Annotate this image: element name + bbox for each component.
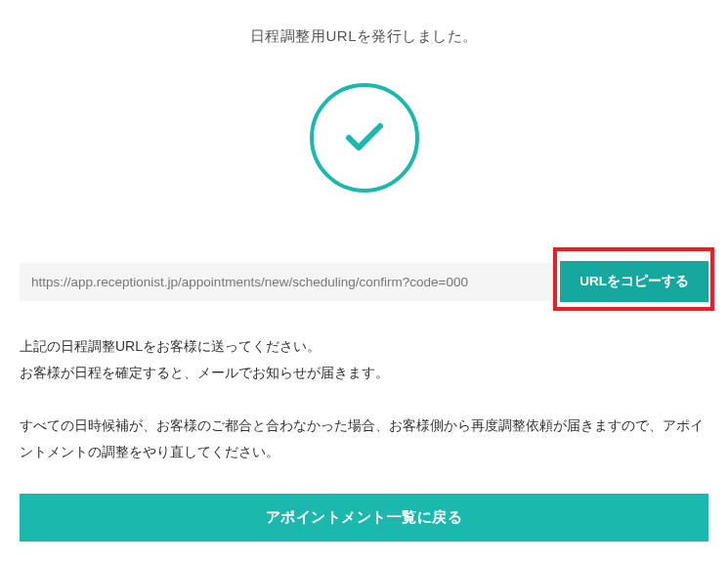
success-check-icon: [310, 83, 419, 193]
page-title: 日程調整用URLを発行しました。: [0, 0, 728, 46]
info-line-2: お客様が日程を確定すると、メールでお知らせが届きます。: [20, 360, 708, 386]
copy-url-button[interactable]: URLをコピーする: [560, 261, 708, 302]
info-line-1: 上記の日程調整URLをお客様に送ってください。: [20, 333, 708, 360]
url-row: https://app.receptionist.jp/appointments…: [20, 261, 708, 302]
back-to-list-button[interactable]: アポイントメント一覧に戻る: [20, 494, 708, 542]
url-display[interactable]: https://app.receptionist.jp/appointments…: [20, 263, 554, 301]
info-block-2: すべての日時候補が、お客様のご都合と合わなかった場合、お客様側から再度調整依頼が…: [20, 413, 708, 464]
info-block-1: 上記の日程調整URLをお客様に送ってください。 お客様が日程を確定すると、メール…: [20, 333, 708, 385]
info-line-3: すべての日時候補が、お客様のご都合と合わなかった場合、お客様側から再度調整依頼が…: [20, 413, 708, 464]
